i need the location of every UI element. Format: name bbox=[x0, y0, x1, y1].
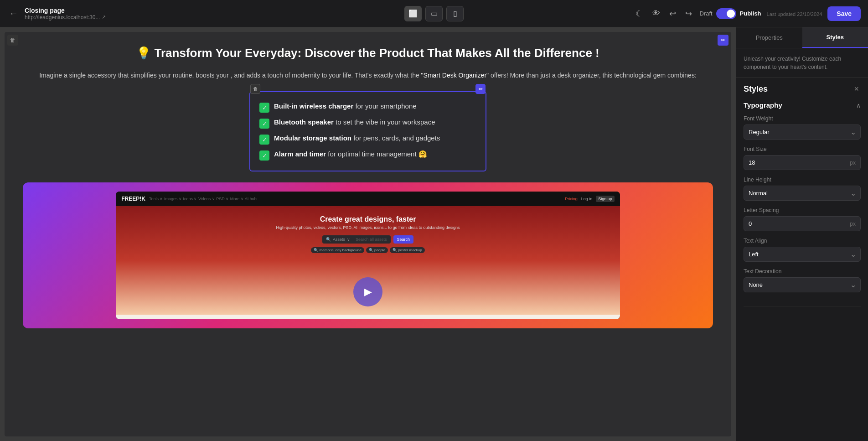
draft-publish-toggle: Draft Publish bbox=[699, 8, 761, 19]
tablet-icon: ▭ bbox=[431, 9, 438, 18]
topbar: ← Closing page http://leadgenius.localho… bbox=[0, 0, 868, 27]
list-item-text: Bluetooth speaker to set the vibe in you… bbox=[274, 118, 435, 126]
check-icon: ✓ bbox=[259, 150, 269, 161]
styles-section-title: Styles bbox=[744, 84, 768, 94]
text-align-label: Text Align bbox=[744, 238, 861, 244]
canvas-content: 💡 Transform Your Everyday: Discover the … bbox=[5, 32, 731, 436]
mobile-icon: ▯ bbox=[453, 9, 457, 18]
text-decoration-select[interactable]: None Underline Overline Line-through bbox=[744, 277, 861, 292]
list-item: ✓ Bluetooth speaker to set the vibe in y… bbox=[259, 115, 476, 131]
element-settings-icon[interactable]: 🗑 bbox=[7, 35, 18, 46]
freepik-nav: FREEP!K Tools ∨ Images ∨ Icons ∨ Videos … bbox=[116, 192, 620, 206]
styles-tab[interactable]: Styles bbox=[802, 27, 868, 48]
font-size-input[interactable] bbox=[744, 156, 845, 170]
typography-title: Typography bbox=[744, 101, 782, 109]
list-block-toolbar: 🗑 bbox=[250, 84, 260, 94]
text-decoration-wrapper: None Underline Overline Line-through bbox=[744, 277, 861, 292]
last-updated: Last updated 22/10/2024 bbox=[767, 10, 822, 18]
freepik-title: Create great designs, faster bbox=[125, 215, 611, 223]
preview-button[interactable]: 👁 bbox=[650, 7, 662, 20]
text-decoration-group: Text Decoration None Underline Overline … bbox=[744, 268, 861, 292]
element-edit-icon[interactable]: ✏ bbox=[718, 35, 728, 46]
font-size-unit: px bbox=[845, 156, 860, 170]
canvas-area: 🗑 ✏ 💡 Transform Your Everyday: Discover … bbox=[0, 27, 736, 441]
redo-button[interactable]: ↪ bbox=[683, 7, 694, 21]
play-button[interactable]: ▶ bbox=[353, 277, 382, 306]
play-icon: ▶ bbox=[364, 286, 372, 298]
undo-icon: ↩ bbox=[669, 9, 676, 18]
panel-body: Typography ∧ Font Weight Regular Bold Li… bbox=[736, 94, 868, 441]
list-block: 🗑 ✏ ✓ Built-in wireless charger for your… bbox=[249, 91, 486, 171]
delete-block-button[interactable]: 🗑 bbox=[250, 84, 260, 94]
font-size-group: Font Size px bbox=[744, 146, 861, 170]
letter-spacing-group: Letter Spacing px bbox=[744, 207, 861, 231]
line-height-select[interactable]: Normal 1.2 1.5 2 bbox=[744, 186, 861, 201]
font-weight-label: Font Weight bbox=[744, 115, 861, 122]
back-button[interactable]: ← bbox=[7, 6, 20, 21]
font-weight-wrapper: Regular Bold Light bbox=[744, 125, 861, 140]
line-height-group: Line Height Normal 1.2 1.5 2 bbox=[744, 176, 861, 201]
main-layout: 🗑 ✏ 💡 Transform Your Everyday: Discover … bbox=[0, 27, 868, 441]
font-weight-group: Font Weight Regular Bold Light bbox=[744, 115, 861, 140]
page-subtext: Imagine a single accessory that simplifi… bbox=[23, 70, 713, 80]
edit-block-button[interactable]: ✏ bbox=[475, 84, 486, 94]
topbar-left: ← Closing page http://leadgenius.localho… bbox=[7, 6, 399, 21]
line-height-wrapper: Normal 1.2 1.5 2 bbox=[744, 186, 861, 201]
list-item: ✓ Built-in wireless charger for your sma… bbox=[259, 99, 476, 115]
close-panel-button[interactable]: × bbox=[852, 84, 861, 94]
canvas-inner: 🗑 ✏ 💡 Transform Your Everyday: Discover … bbox=[5, 32, 731, 436]
letter-spacing-label: Letter Spacing bbox=[744, 207, 861, 213]
page-title: Closing page bbox=[25, 7, 106, 14]
preview-icon: 👁 bbox=[652, 9, 660, 18]
letter-spacing-input[interactable] bbox=[744, 217, 845, 231]
desktop-icon: ⬜ bbox=[408, 9, 418, 18]
check-icon: ✓ bbox=[259, 119, 269, 129]
page-heading: 💡 Transform Your Everyday: Discover the … bbox=[23, 46, 713, 61]
line-height-label: Line Height bbox=[744, 176, 861, 183]
font-size-input-row: px bbox=[744, 155, 861, 170]
device-desktop-button[interactable]: ⬜ bbox=[404, 6, 422, 21]
letter-spacing-unit: px bbox=[845, 217, 860, 231]
styles-header: Styles × bbox=[736, 78, 868, 94]
panel-tabs: Properties Styles bbox=[736, 27, 868, 48]
page-info: Closing page http://leadgenius.localhost… bbox=[25, 7, 106, 21]
text-align-wrapper: Left Center Right Justify bbox=[744, 247, 861, 262]
external-link-icon[interactable]: ↗ bbox=[102, 14, 106, 20]
topbar-right: ☾ 👁 ↩ ↪ Draft Publish Last updated 22/10… bbox=[469, 6, 861, 21]
freepik-subtitle: High-quality photos, videos, vectors, PS… bbox=[125, 225, 611, 230]
device-tablet-button[interactable]: ▭ bbox=[425, 6, 443, 21]
properties-tab[interactable]: Properties bbox=[736, 27, 802, 48]
redo-icon: ↪ bbox=[685, 9, 692, 18]
right-panel: Properties Styles Unleash your creativit… bbox=[736, 27, 868, 441]
draft-label: Draft bbox=[699, 10, 712, 17]
list-item: ✓ Alarm and timer for optimal time manag… bbox=[259, 147, 476, 163]
text-align-group: Text Align Left Center Right Justify bbox=[744, 238, 861, 262]
check-icon: ✓ bbox=[259, 103, 269, 113]
list-item-text: Built-in wireless charger for your smart… bbox=[274, 102, 417, 110]
publish-toggle[interactable] bbox=[716, 8, 736, 19]
media-section: FREEP!K Tools ∨ Images ∨ Icons ∨ Videos … bbox=[23, 182, 713, 328]
font-size-label: Font Size bbox=[744, 146, 861, 152]
list-item: ✓ Modular storage station for pens, card… bbox=[259, 131, 476, 147]
typography-section: Typography ∧ Font Weight Regular Bold Li… bbox=[744, 94, 861, 306]
page-url: http://leadgenius.localhost:30... ↗ bbox=[25, 14, 106, 21]
check-icon: ✓ bbox=[259, 135, 269, 145]
freepik-content: Create great designs, faster High-qualit… bbox=[116, 206, 620, 262]
text-align-select[interactable]: Left Center Right Justify bbox=[744, 247, 861, 262]
freepik-logo: FREEP!K bbox=[121, 196, 145, 202]
list-item-text: Modular storage station for pens, cards,… bbox=[274, 134, 440, 142]
panel-description: Unleash your creativity! Customize each … bbox=[736, 48, 868, 78]
dark-mode-button[interactable]: ☾ bbox=[634, 7, 645, 21]
text-decoration-label: Text Decoration bbox=[744, 268, 861, 275]
save-button[interactable]: Save bbox=[827, 6, 861, 21]
dark-mode-icon: ☾ bbox=[636, 9, 643, 18]
font-weight-select[interactable]: Regular Bold Light bbox=[744, 125, 861, 140]
topbar-center: ⬜ ▭ ▯ bbox=[404, 6, 464, 21]
publish-label: Publish bbox=[740, 10, 761, 17]
typography-section-header: Typography ∧ bbox=[744, 101, 861, 109]
typography-chevron[interactable]: ∧ bbox=[856, 102, 861, 109]
device-mobile-button[interactable]: ▯ bbox=[446, 6, 464, 21]
list-item-text: Alarm and timer for optimal time managem… bbox=[274, 150, 427, 158]
undo-button[interactable]: ↩ bbox=[667, 7, 678, 21]
letter-spacing-input-row: px bbox=[744, 216, 861, 231]
